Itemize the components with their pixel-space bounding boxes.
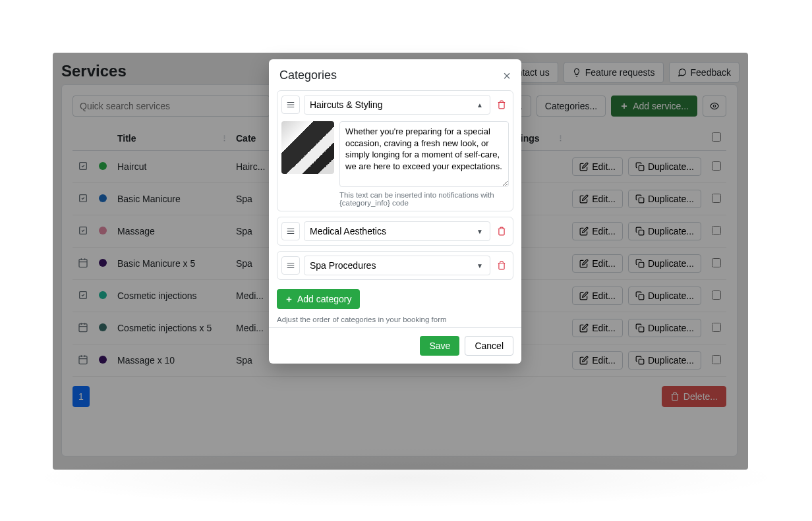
- category-name-field[interactable]: [310, 260, 475, 271]
- category-item: ▼: [277, 217, 513, 246]
- caret-down-icon[interactable]: ▼: [475, 228, 484, 235]
- delete-category-button[interactable]: [494, 97, 509, 112]
- categories-modal: Categories × ▲: [269, 59, 521, 364]
- drag-handle-icon[interactable]: [281, 256, 300, 275]
- delete-category-button[interactable]: [494, 258, 509, 273]
- modal-title: Categories: [279, 69, 337, 82]
- adjust-order-text: Adjust the order of categories in your b…: [277, 315, 513, 323]
- category-item: ▲ This text can be inserted into notific…: [277, 90, 513, 211]
- category-description-textarea[interactable]: [339, 121, 509, 187]
- add-category-label: Add category: [297, 294, 352, 304]
- close-icon[interactable]: ×: [503, 69, 511, 82]
- cancel-button[interactable]: Cancel: [465, 336, 513, 356]
- category-name-field[interactable]: [310, 226, 475, 236]
- category-thumbnail[interactable]: [281, 121, 334, 174]
- caret-down-icon[interactable]: ▼: [475, 262, 484, 269]
- helper-text: This text can be inserted into notificat…: [339, 191, 509, 207]
- save-button[interactable]: Save: [420, 336, 459, 356]
- category-name-field[interactable]: [310, 99, 475, 110]
- category-name-input[interactable]: ▲: [304, 95, 490, 115]
- caret-up-icon[interactable]: ▲: [475, 101, 484, 109]
- category-name-input[interactable]: ▼: [304, 221, 490, 241]
- plus-icon: [285, 295, 293, 304]
- drag-handle-icon[interactable]: [281, 222, 300, 240]
- drag-handle-icon[interactable]: [281, 96, 300, 114]
- category-name-input[interactable]: ▼: [304, 256, 490, 275]
- delete-category-button[interactable]: [494, 224, 509, 238]
- add-category-button[interactable]: Add category: [277, 289, 360, 309]
- category-item: ▼: [277, 251, 513, 280]
